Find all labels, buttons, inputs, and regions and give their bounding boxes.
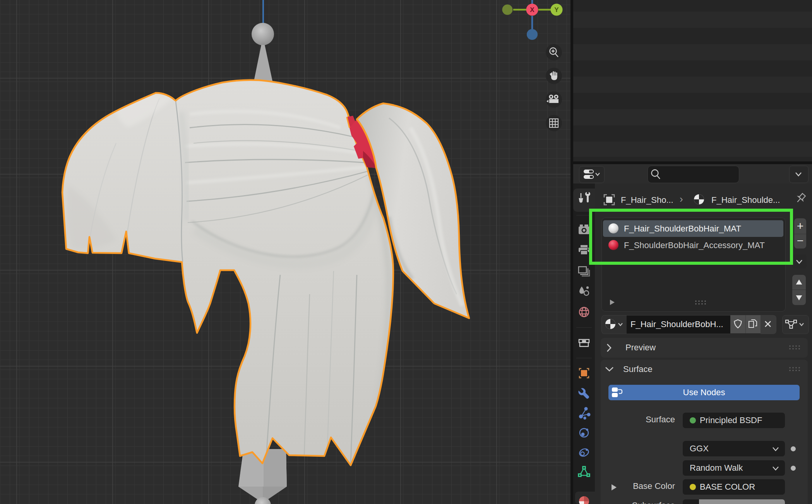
svg-text:X: X [530, 6, 534, 14]
svg-text:Y: Y [554, 6, 559, 14]
